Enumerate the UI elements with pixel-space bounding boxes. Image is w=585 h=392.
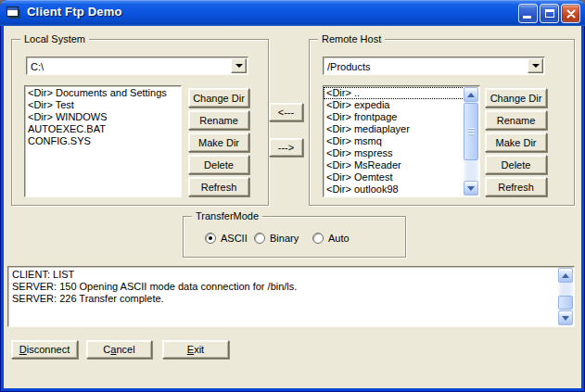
transfer-mode-group-label: TransferMode bbox=[192, 210, 262, 222]
maximize-icon bbox=[545, 9, 554, 18]
remote-rename-button[interactable]: Rename bbox=[485, 110, 547, 130]
scroll-down-button[interactable] bbox=[464, 181, 478, 196]
cancel-button[interactable]: Cancel bbox=[86, 340, 152, 359]
remote-path-combobox[interactable]: /Products bbox=[323, 57, 545, 75]
radio-ascii[interactable]: ASCII bbox=[205, 232, 248, 244]
local-make-dir-button[interactable]: Make Dir bbox=[188, 133, 249, 152]
scroll-up-button[interactable] bbox=[464, 87, 478, 102]
scrollbar-thumb[interactable] bbox=[464, 103, 478, 160]
list-item[interactable]: <Dir> mediaplayer bbox=[324, 123, 479, 135]
list-item[interactable]: <Dir> outlook98 bbox=[324, 183, 479, 196]
log-line: SERVER: 150 Opening ASCII mode data conn… bbox=[12, 281, 570, 293]
log-line: CLIENT: LIST bbox=[12, 269, 570, 281]
list-item[interactable]: <Dir> WINDOWS bbox=[25, 111, 181, 123]
button-label: C bbox=[103, 344, 110, 355]
remote-delete-button[interactable]: Delete bbox=[485, 155, 547, 174]
list-item[interactable]: <Dir> Documents and Settings bbox=[25, 87, 181, 99]
button-label: isconnect bbox=[27, 344, 70, 355]
minimize-button[interactable] bbox=[518, 4, 538, 23]
list-item[interactable]: <Dir> msmq bbox=[324, 135, 479, 147]
local-path-value: C:\ bbox=[31, 60, 44, 73]
list-item[interactable]: CONFIG.SYS bbox=[25, 135, 181, 147]
scrollbar-thumb[interactable] bbox=[558, 296, 573, 310]
close-icon bbox=[566, 9, 576, 19]
list-item[interactable]: <Dir> Oemtest bbox=[324, 171, 479, 183]
remote-path-dropdown-button[interactable] bbox=[528, 58, 543, 73]
remote-change-dir-button[interactable]: Change Dir bbox=[485, 88, 547, 107]
scroll-down-icon bbox=[467, 186, 475, 195]
radio-binary-label: Binary bbox=[270, 233, 299, 244]
list-item[interactable]: AUTOEXEC.BAT bbox=[25, 123, 181, 135]
list-item[interactable]: <Dir> Test bbox=[25, 99, 181, 111]
radio-selected-icon bbox=[205, 233, 216, 244]
radio-binary[interactable]: Binary bbox=[254, 232, 299, 244]
scroll-down-button[interactable] bbox=[558, 310, 573, 325]
app-icon bbox=[6, 6, 21, 19]
local-path-dropdown-button[interactable] bbox=[231, 58, 247, 73]
local-rename-button[interactable]: Rename bbox=[188, 110, 249, 130]
minimize-icon bbox=[523, 16, 531, 19]
remote-list-scrollbar[interactable] bbox=[464, 87, 478, 196]
radio-ascii-label: ASCII bbox=[221, 233, 248, 244]
local-delete-button[interactable]: Delete bbox=[188, 155, 249, 174]
local-change-dir-button[interactable]: Change Dir bbox=[188, 88, 249, 107]
button-label: ncel bbox=[116, 344, 134, 355]
list-item[interactable]: <Dir> .. bbox=[324, 87, 464, 99]
button-label: xit bbox=[194, 344, 204, 355]
disconnect-button[interactable]: Disconnect bbox=[11, 340, 78, 359]
local-refresh-button[interactable]: Refresh bbox=[188, 177, 249, 196]
upload-to-remote-button[interactable]: ---> bbox=[269, 138, 303, 157]
scroll-up-button[interactable] bbox=[558, 268, 573, 283]
local-system-group-label: Local System bbox=[20, 33, 89, 45]
remote-path-value: /Products bbox=[327, 60, 370, 73]
scroll-up-icon bbox=[467, 89, 475, 97]
radio-auto[interactable]: Auto bbox=[312, 232, 350, 244]
button-mnemonic: E bbox=[187, 344, 194, 355]
log-line: SERVER: 226 Transfer complete. bbox=[12, 293, 570, 305]
radio-auto-label: Auto bbox=[328, 233, 350, 244]
list-item[interactable]: <Dir> MsReader bbox=[324, 159, 479, 171]
download-to-local-button[interactable]: <--- bbox=[269, 103, 303, 121]
window-title: Client Ftp Demo bbox=[27, 0, 122, 24]
radio-unselected-icon bbox=[254, 233, 265, 244]
local-path-combobox[interactable]: C:\ bbox=[26, 57, 248, 75]
scroll-down-icon bbox=[562, 316, 569, 324]
form-body: Local System C:\ <Dir> Documents and Set… bbox=[4, 26, 581, 388]
radio-unselected-icon bbox=[312, 233, 324, 244]
titlebar[interactable]: Client Ftp Demo bbox=[0, 0, 585, 26]
exit-button[interactable]: Exit bbox=[162, 340, 229, 359]
list-item[interactable]: <Dir> mspress bbox=[324, 147, 479, 159]
session-log-textbox[interactable]: CLIENT: LIST SERVER: 150 Opening ASCII m… bbox=[7, 266, 575, 327]
transfer-mode-group: TransferMode ASCII Binary Auto bbox=[183, 216, 406, 258]
chevron-down-icon bbox=[235, 64, 243, 71]
remote-refresh-button[interactable]: Refresh bbox=[485, 177, 547, 196]
close-button[interactable] bbox=[561, 4, 580, 23]
thumb-grip-icon bbox=[468, 128, 475, 135]
app-window: Client Ftp Demo Local System C:\ bbox=[0, 0, 585, 392]
list-item[interactable]: <Dir> expedia bbox=[324, 99, 479, 111]
remote-host-group-label: Remote Host bbox=[318, 33, 385, 45]
maximize-button[interactable] bbox=[540, 4, 559, 23]
button-mnemonic: D bbox=[19, 344, 27, 355]
log-scrollbar[interactable] bbox=[558, 268, 573, 325]
remote-file-list[interactable]: <Dir> .. <Dir> expedia <Dir> frontpage <… bbox=[323, 85, 480, 197]
remote-make-dir-button[interactable]: Make Dir bbox=[485, 133, 547, 152]
scroll-up-icon bbox=[562, 270, 569, 278]
local-file-list[interactable]: <Dir> Documents and Settings <Dir> Test … bbox=[24, 85, 182, 197]
list-item[interactable]: <Dir> frontpage bbox=[324, 111, 479, 123]
chevron-down-icon bbox=[532, 64, 540, 71]
